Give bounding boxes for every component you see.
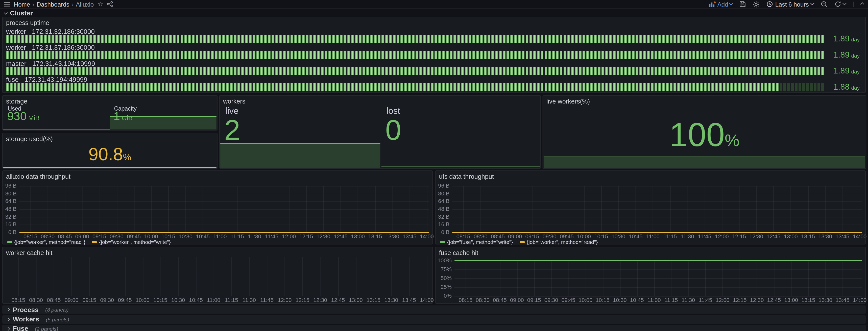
- stat-value-lost: 0: [385, 113, 401, 146]
- v-gridline: [151, 186, 152, 232]
- h-gridline: [455, 287, 862, 288]
- time-range-picker[interactable]: Last 6 hours: [767, 1, 814, 7]
- v-gridline: [254, 186, 255, 232]
- y-axis-label: 96 B: [436, 183, 450, 189]
- y-axis-label: 25%: [436, 284, 452, 290]
- row-header-workers[interactable]: Workers(5 panels): [2, 315, 866, 324]
- breadcrumb-item-alluxio[interactable]: Alluxio: [76, 1, 94, 7]
- x-axis-label: 11:15: [227, 234, 247, 240]
- row-panel-count: (5 panels): [46, 316, 69, 322]
- v-gridline: [392, 186, 393, 232]
- legend-swatch: [440, 241, 445, 243]
- y-axis-label: 50%: [436, 275, 452, 281]
- panel-title[interactable]: fuse cache hit: [439, 250, 478, 256]
- v-gridline: [302, 257, 303, 296]
- row-header-fuse[interactable]: Fuse(2 panels): [2, 325, 866, 331]
- x-axis-label: 11:30: [245, 234, 265, 240]
- x-axis-label: 13:00: [348, 234, 368, 240]
- v-gridline: [500, 261, 500, 296]
- row-header-process[interactable]: Process(8 panels): [2, 305, 866, 314]
- x-axis-label: 10:00: [133, 298, 153, 303]
- breadcrumb-item-dashboards[interactable]: Dashboards: [37, 1, 69, 7]
- legend-item[interactable]: {job="worker", method="read"}: [7, 239, 85, 245]
- panel-title[interactable]: alluxio data throughput: [6, 173, 70, 180]
- v-gridline: [320, 257, 321, 296]
- v-gridline: [54, 257, 54, 296]
- v-gridline: [374, 257, 374, 296]
- legend-item[interactable]: {job="worker", method="read"}: [520, 239, 598, 245]
- star-icon[interactable]: ☆: [98, 0, 103, 7]
- v-gridline: [214, 257, 214, 296]
- legend-item[interactable]: {job="fuse", method="write"}: [440, 239, 513, 245]
- y-axis-label: 16 B: [3, 222, 17, 228]
- x-axis-label: 08:15: [8, 298, 28, 303]
- x-axis-label: 11:45: [257, 298, 277, 303]
- v-gridline: [636, 186, 636, 232]
- x-axis-label: 12:30: [746, 234, 766, 240]
- y-axis-label: 80 B: [3, 191, 17, 196]
- x-axis-label: 13:30: [382, 234, 402, 240]
- chevron-down-icon: [4, 10, 7, 14]
- v-gridline: [107, 257, 107, 296]
- row-header-cluster[interactable]: Cluster: [4, 9, 33, 17]
- panel-title[interactable]: storage: [6, 98, 27, 104]
- v-gridline: [586, 261, 586, 296]
- v-gridline: [82, 186, 83, 232]
- refresh-button[interactable]: [835, 1, 846, 7]
- y-axis-label: 0%: [436, 293, 452, 299]
- v-gridline: [375, 186, 376, 232]
- collapse-toolbar-chevron-up-icon[interactable]: [861, 3, 864, 5]
- gauge-value-unit: day: [851, 85, 860, 91]
- v-gridline: [653, 186, 653, 232]
- x-axis-label: 13:15: [798, 234, 818, 240]
- menu-icon[interactable]: [4, 2, 10, 7]
- v-gridline: [603, 261, 603, 296]
- x-axis-label: 09:30: [97, 298, 117, 303]
- x-axis-label: 13:15: [364, 298, 383, 303]
- v-gridline: [688, 261, 689, 296]
- panel-title[interactable]: ufs data throughput: [439, 173, 494, 180]
- v-gridline: [722, 186, 722, 232]
- gauge-fill: [6, 83, 779, 91]
- add-panel-button[interactable]: Add: [709, 1, 733, 7]
- gauge-bar: [6, 35, 825, 43]
- y-axis-label: 80 B: [436, 191, 450, 196]
- v-gridline: [341, 186, 341, 232]
- x-axis-label: 10:45: [186, 298, 206, 303]
- v-gridline: [550, 186, 550, 232]
- share-icon[interactable]: [107, 1, 113, 7]
- v-gridline: [791, 261, 792, 296]
- v-gridline: [756, 186, 757, 232]
- panel-title[interactable]: storage used(%): [6, 136, 53, 142]
- panel-title[interactable]: workers: [223, 98, 245, 104]
- panel-title[interactable]: live workers(%): [547, 98, 590, 104]
- x-axis-label: 12:45: [328, 298, 348, 303]
- v-gridline: [36, 257, 37, 296]
- panel-title[interactable]: process uptime: [6, 20, 49, 26]
- v-gridline: [568, 261, 569, 296]
- used-sparkline: [3, 129, 110, 129]
- x-axis-label: 12:30: [313, 234, 334, 240]
- panel-worker-cache-hit: worker cache hit08:1508:3008:4509:0009:1…: [2, 247, 433, 304]
- stat-value-used: 930MiB: [7, 109, 40, 123]
- legend-item[interactable]: {job="worker", method="write"}: [92, 239, 170, 245]
- save-icon[interactable]: [740, 1, 746, 7]
- y-axis-label: 32 B: [436, 214, 450, 220]
- v-gridline: [18, 257, 19, 296]
- x-axis-label: 14:00: [417, 298, 437, 303]
- breadcrumb-item-home[interactable]: Home: [14, 1, 30, 7]
- v-gridline: [722, 261, 723, 296]
- settings-icon[interactable]: [753, 1, 760, 7]
- zoom-out-icon[interactable]: [821, 1, 828, 7]
- panel-title[interactable]: worker cache hit: [6, 250, 52, 256]
- x-axis-label: 08:45: [55, 234, 75, 240]
- v-gridline: [601, 186, 602, 232]
- v-gridline: [757, 261, 757, 296]
- y-axis-label: 64 B: [3, 199, 17, 204]
- y-axis-label: 16 B: [436, 222, 450, 228]
- h-gridline: [20, 194, 429, 194]
- v-gridline: [791, 186, 791, 232]
- v-gridline: [272, 186, 272, 232]
- v-gridline: [654, 261, 654, 296]
- v-gridline: [825, 186, 826, 232]
